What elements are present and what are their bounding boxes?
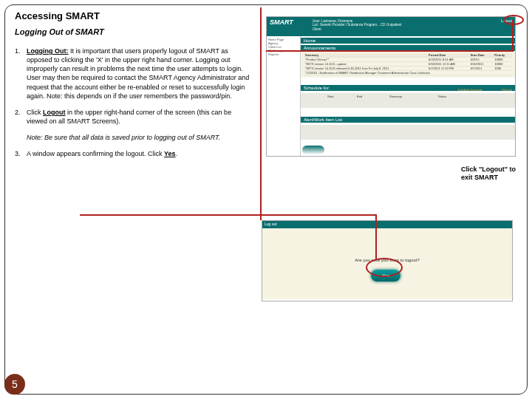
alert-panel [301, 125, 515, 140]
step-number [15, 133, 27, 142]
page-subtitle: Logging Out of SMART [15, 27, 251, 36]
user-line: Loc: Generic Provider / Substance Progra… [313, 23, 402, 27]
section-schedule: Schedule for: [301, 85, 515, 91]
note-text: : Be sure that all data is saved prior t… [41, 134, 220, 141]
steps-list: 1. Logging Out: It is important that use… [15, 47, 251, 158]
callout-connector [375, 214, 377, 260]
col-start: Start [327, 95, 333, 98]
user-line: Client: [313, 27, 402, 31]
col-end: End [357, 95, 362, 98]
step-body: Logging Out: It is important that users … [27, 47, 251, 100]
col-summary: Summary [389, 95, 402, 98]
text-column: Accessing SMART Logging Out of SMART 1. … [15, 10, 251, 166]
smart-footer-logo [302, 146, 324, 154]
step-lead: Logging Out: [27, 47, 68, 55]
step-text: A window appears confirming the logout. … [27, 150, 164, 157]
callout-connector [266, 50, 513, 52]
dialog-title: Log out [262, 221, 512, 228]
step-number: 1. [15, 47, 27, 100]
cell: *12/2010 - Notification of SMART Distrib… [304, 71, 512, 75]
step-1: 1. Logging Out: It is important that use… [15, 47, 251, 100]
schedule-panel: Start End Summary Status Edit/Add Schedu… [301, 93, 515, 108]
yes-word: Yes [164, 150, 176, 157]
note-lead: Note [27, 134, 41, 141]
col-status: Status [438, 95, 446, 98]
brand-logo: SMART [270, 18, 293, 26]
section-alert: Alert/Work Item List [301, 117, 515, 123]
logout-highlight-circle [503, 15, 524, 25]
step-2: 2. Click Logout in the upper right-hand … [15, 108, 251, 126]
edit-schedule-link[interactable]: Edit/Add Schedule [458, 88, 482, 92]
smart-home-screenshot: SMART User: Lastname, Firstname Loc: Gen… [266, 16, 516, 157]
logout-word: Logout [43, 109, 66, 116]
page-number-badge: 5 [4, 374, 25, 395]
left-nav: Home Page Agency Client List My Settings… [267, 36, 301, 156]
step-3: 3. A window appears confirming the logou… [15, 149, 251, 158]
step-body: Click Logout in the upper right-hand cor… [27, 108, 251, 126]
user-info: User: Lastname, Firstname Loc: Generic P… [313, 19, 402, 31]
step-number: 2. [15, 108, 27, 126]
step-body: A window appears confirming the logout. … [27, 149, 251, 158]
table-row: *12/2010 - Notification of SMART Distrib… [304, 71, 512, 75]
main-area: Home Announcements Summary Posted Date S… [301, 36, 515, 156]
step-number: 3. [15, 149, 27, 158]
page-title: Accessing SMART [15, 10, 251, 21]
step-note: Note: Be sure that all data is saved pri… [15, 133, 251, 142]
note-body: Note: Be sure that all data is saved pri… [27, 133, 251, 142]
refresh-link[interactable]: Refresh [502, 88, 512, 92]
vertical-divider [260, 7, 262, 220]
announcements-panel: Summary Posted Date Start Date Priority … [301, 51, 515, 78]
section-home: Home [301, 38, 515, 44]
yes-highlight-circle [366, 258, 403, 277]
step-text: . [176, 150, 178, 157]
announcements-table: Summary Posted Date Start Date Priority … [304, 53, 512, 75]
app-topbar: SMART User: Lastname, Firstname Loc: Gen… [267, 17, 515, 36]
step-text: Click [27, 109, 43, 116]
callout-connector [512, 20, 514, 52]
step-text: It is important that users properly logo… [27, 47, 249, 100]
nav-item[interactable]: Reports [268, 52, 299, 56]
callout-connector [80, 214, 377, 216]
callout-logout-text: Click "Logout" to exit SMART [461, 166, 528, 182]
